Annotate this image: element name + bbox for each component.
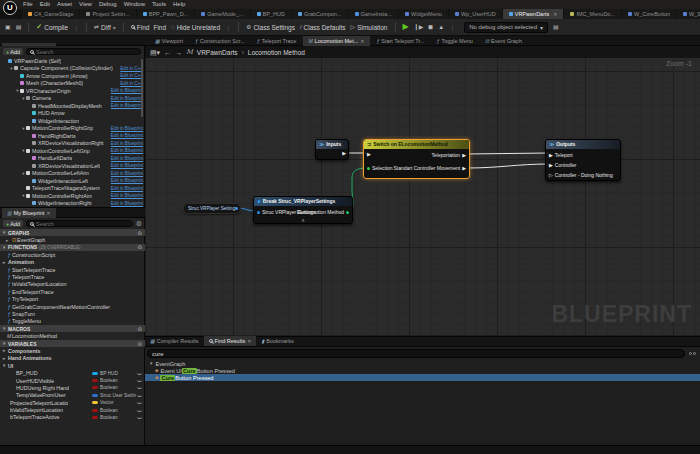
eject-icon[interactable]: ▲ — [438, 24, 444, 30]
component-row[interactable]: ▾MotionControllerRightAimEdit in Bluepri… — [0, 192, 145, 200]
blueprint-item-teleporttrace[interactable]: ƒTeleportTrace — [0, 273, 145, 280]
blueprint-item-snapturn[interactable]: ƒSnapTurn — [0, 310, 145, 317]
nav-back-icon[interactable]: ← — [164, 49, 171, 56]
components-scrollbar[interactable] — [141, 59, 143, 117]
component-row[interactable]: WidgetInteraction — [0, 117, 145, 125]
asset-tab-gamemode-[interactable]: GameMode_... — [195, 9, 249, 19]
graph-tab-toggle-menu[interactable]: ƒToggle Menu — [432, 36, 478, 46]
stop-icon[interactable]: ◼ — [428, 24, 433, 30]
debug-object-dropdown[interactable]: No debug object selected▾ — [464, 22, 548, 33]
component-row[interactable]: XRDeviceVisualizationLeftEdit in Bluepri… — [0, 162, 145, 170]
asset-tab-grabcompon-[interactable]: GrabCompon... — [292, 9, 348, 19]
frame-skip-icon[interactable]: ❙▶ — [414, 24, 424, 30]
find-search-input[interactable] — [152, 351, 680, 357]
asset-tab-project-settin-[interactable]: Project Settin... — [80, 9, 135, 19]
category-components[interactable]: ▸Components — [0, 347, 145, 354]
node-inputs[interactable]: ≫Inputs ▶ — [315, 139, 349, 160]
hide-unrelated-options-icon[interactable]: ⋮ — [225, 24, 231, 31]
my-blueprint-search-input[interactable] — [36, 220, 129, 227]
variable-bp_hud[interactable]: BP_HUDBP HUD — [0, 369, 145, 376]
node-break-struct[interactable]: ◈Break Struc_VRPlayerSettings Struc VRPl… — [253, 196, 353, 224]
variable-projectedteleportlocation[interactable]: ProjectedTeleportLocationVector — [0, 399, 145, 406]
pin-enum-out[interactable]: ELocomotion Method — [297, 209, 349, 215]
asset-tab-imc-menudo-[interactable]: IMC_MenuDo... — [564, 9, 621, 19]
browse-icon[interactable]: ▤ — [16, 24, 22, 30]
component-row[interactable]: HandRightDartsEdit in Blueprint — [0, 132, 145, 140]
component-row[interactable]: ▾MotionControllerRightGripEdit in Bluepr… — [0, 125, 145, 133]
edit-source-link[interactable]: Edit in Blueprint — [111, 88, 143, 93]
eye-closed-icon[interactable] — [137, 394, 142, 397]
diff-button[interactable]: ⇄Diff▾ — [94, 24, 116, 31]
pin-controller-doing-nothing[interactable]: ▷Controller - Doing Nothing — [549, 172, 613, 178]
blueprint-item-eventgraph[interactable]: ▸⊡EventGraph — [0, 236, 145, 243]
component-row[interactable]: ▾MotionControllerLeftGripEdit in Bluepri… — [0, 147, 145, 155]
component-row[interactable]: WidgetInteractionLeftEdit in Blueprint — [0, 177, 145, 185]
eye-closed-icon[interactable] — [137, 416, 142, 419]
component-row[interactable]: HandLeftDartsEdit in Blueprint — [0, 155, 145, 163]
category-ui[interactable]: ▾UI — [0, 362, 145, 369]
edit-source-link[interactable]: Edit in Blueprint — [111, 201, 143, 206]
component-row[interactable]: TeleportTraceNiagaraSystemEdit in Bluepr… — [0, 185, 145, 193]
component-row[interactable]: ▾MotionControllerLeftAimEdit in Blueprin… — [0, 170, 145, 178]
compile-options-icon[interactable]: ⋮ — [73, 24, 79, 31]
pin-standard-controller-out[interactable]: Standart Controller Movement▶ — [393, 165, 466, 171]
find-search-box[interactable] — [147, 349, 685, 358]
pin-controller[interactable]: ▶Controller — [549, 162, 577, 168]
edit-source-link[interactable]: Edit in C++ — [120, 81, 143, 86]
menu-item-debug[interactable]: Debug — [99, 0, 117, 9]
edit-source-link[interactable]: Edit in Blueprint — [111, 156, 143, 161]
settings-gear-icon[interactable]: ⚙ — [136, 220, 142, 227]
blueprint-item-locomotionmethod[interactable]: MLocomotionMethod — [0, 332, 145, 339]
find-result-row[interactable]: ◆Cure Button Pressed — [145, 374, 700, 381]
simulation-button[interactable]: ▷Simulation — [351, 24, 388, 31]
pin-exec-out[interactable]: ▶ — [342, 151, 346, 156]
asset-tab-bpp-pawn-d-[interactable]: BPP_Pawn_D... — [137, 9, 194, 19]
tab-compiler-results[interactable]: ▦Compiler Results — [145, 336, 204, 346]
asset-tab-w-corebutton[interactable]: W_CoreButton — [622, 9, 676, 19]
section-header-macros[interactable]: ▾MACROS⊙ — [0, 325, 145, 332]
edit-source-link[interactable]: Edit in Blueprint — [111, 171, 143, 176]
components-search-input[interactable] — [36, 48, 137, 55]
blueprint-item-togglemenu[interactable]: ƒToggleMenu — [0, 318, 145, 325]
component-row[interactable]: HUD Arrow — [0, 110, 145, 118]
blueprint-item-isvalidteleportlocation[interactable]: ƒIsValidTeleportLocation — [0, 281, 145, 288]
component-row[interactable]: ▾Capsule Component (CollisionCylinder)Ed… — [0, 65, 145, 73]
eye-icon[interactable]: ⊙ — [137, 230, 142, 236]
node-getter-vrplayer-settings[interactable]: Struc VRPlayer Settings — [183, 203, 241, 214]
blueprint-item-constructionscript[interactable]: ƒConstructionScript — [0, 251, 145, 258]
pin-teleportation-out[interactable]: Teleportation▶ — [432, 152, 467, 158]
asset-tab-c4-gamestage[interactable]: C4_GameStage — [22, 9, 79, 19]
pin-exec-in[interactable]: ▶ — [367, 152, 371, 157]
nav-forward-icon[interactable]: → — [175, 49, 182, 56]
class-settings-button[interactable]: ⚙Class Settings — [246, 24, 295, 31]
edit-source-link[interactable]: Edit in Blueprint — [111, 186, 143, 191]
graph-tab-event-graph[interactable]: ⊡Event Graph — [480, 36, 527, 46]
component-row[interactable]: XRDeviceVisualizationRightEdit in Bluepr… — [0, 140, 145, 148]
breadcrumb-current[interactable]: Locomotion Method — [248, 49, 305, 56]
compile-button[interactable]: ✓Compile — [36, 23, 68, 31]
category-animation[interactable]: ▸Animation — [0, 259, 145, 266]
pin-struct-out[interactable] — [235, 207, 238, 210]
component-row[interactable]: ▾VRCharacterOriginEdit in Blueprint — [0, 87, 145, 95]
debug-filter-icon[interactable]: ▤ — [553, 24, 559, 30]
edit-source-link[interactable]: Edit in Blueprint — [111, 193, 143, 198]
unreal-logo-icon[interactable]: U — [3, 1, 17, 15]
pin-teleport[interactable]: ▶Teleport — [549, 152, 573, 158]
breadcrumb-root[interactable]: VRPawnDarts — [197, 49, 238, 56]
component-row[interactable]: WidgetInteractionRightEdit in Blueprint — [0, 200, 145, 208]
component-row[interactable]: VRPawnDarts (Self) — [0, 57, 145, 65]
component-row[interactable]: Arrow Component (Arrow)Edit in C++ — [0, 72, 145, 80]
find-result-row[interactable]: ◆Event UI Cure Button Pressed — [145, 367, 700, 374]
asset-tab-vrpawndarts[interactable]: VRPawnDarts✕ — [503, 9, 564, 19]
find-button[interactable]: FindFind — [131, 24, 166, 31]
components-search[interactable] — [26, 48, 141, 55]
menu-item-view[interactable]: View — [79, 0, 92, 9]
variable-tempvaluefromuser[interactable]: TempValueFromUserStruc User Settin — [0, 392, 145, 399]
close-icon[interactable]: ✕ — [553, 11, 557, 17]
asset-tab-wp-userhud[interactable]: Wp_UserHUD — [449, 9, 502, 19]
menu-item-file[interactable]: File — [23, 0, 33, 9]
section-header-variables[interactable]: ▾VARIABLES⊙ — [0, 340, 145, 347]
close-icon[interactable]: ✕ — [247, 338, 251, 344]
blueprint-item-tryteleport[interactable]: ƒTryTeleport — [0, 296, 145, 303]
eye-closed-icon[interactable] — [137, 401, 142, 404]
